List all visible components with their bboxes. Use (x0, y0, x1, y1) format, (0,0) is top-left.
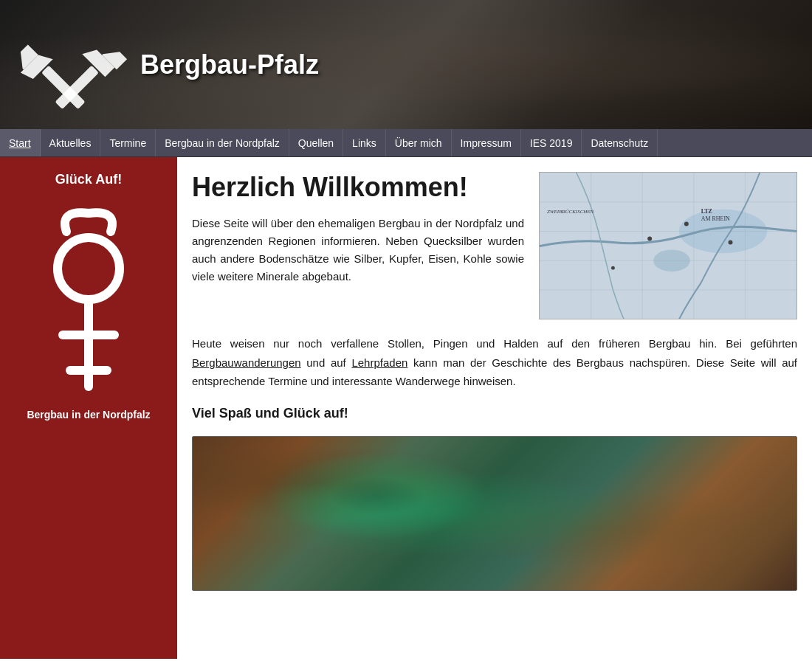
site-title: Bergbau-Pfalz (140, 49, 319, 80)
sidebar-gluck-auf: Glück Auf! (55, 172, 122, 187)
closing-text: Viel Spaß und Glück auf! (192, 406, 797, 421)
svg-rect-11 (540, 173, 796, 319)
second-para-mid: und auf (301, 356, 352, 369)
svg-text:AM RHEIN: AM RHEIN (701, 215, 730, 222)
nav-termine[interactable]: Termine (100, 129, 156, 156)
svg-text:LTZ: LTZ (701, 208, 712, 215)
welcome-section: Herzlich Willkommen! Diese Seite will üb… (192, 172, 797, 319)
main-layout: Glück Auf! Bergbau in der Nordpfalz (0, 157, 812, 659)
svg-point-16 (729, 240, 733, 244)
lehrpfaden-link[interactable]: Lehrpfaden (351, 356, 407, 369)
svg-point-15 (684, 222, 689, 226)
logo-icon (7, 6, 133, 124)
sidebar-symbol (22, 202, 155, 394)
welcome-paragraph1: Diese Seite will über den ehemaligen Ber… (192, 215, 524, 286)
main-content: Herzlich Willkommen! Diese Seite will üb… (177, 157, 812, 659)
bergbauwanderungen-link[interactable]: Bergbauwanderungen (192, 356, 301, 369)
welcome-text: Herzlich Willkommen! Diese Seite will üb… (192, 172, 524, 319)
second-para-start: Heute weisen nur noch verfallene Stollen… (192, 337, 797, 350)
welcome-title: Herzlich Willkommen! (192, 172, 524, 203)
map-svg: ZWEIBRÜCKISCHEN AM RHEIN LTZ (540, 173, 796, 319)
nav-start[interactable]: Start (0, 129, 41, 156)
site-header: Bergbau-Pfalz (0, 0, 812, 129)
nav-aktuelles[interactable]: Aktuelles (41, 129, 101, 156)
nav-ueber-mich[interactable]: Über mich (386, 129, 452, 156)
svg-text:ZWEIBRÜCKISCHEN: ZWEIBRÜCKISCHEN (547, 209, 594, 215)
main-nav: Start Aktuelles Termine Bergbau in der N… (0, 129, 812, 157)
svg-point-6 (58, 238, 120, 300)
nav-ies2019[interactable]: IES 2019 (521, 129, 582, 156)
mineral-image (192, 436, 797, 591)
nav-datenschutz[interactable]: Datenschutz (582, 129, 658, 156)
svg-point-17 (611, 266, 615, 270)
svg-point-14 (647, 236, 652, 241)
sidebar-label: Bergbau in der Nordpfalz (19, 409, 157, 421)
nav-links[interactable]: Links (343, 129, 386, 156)
nav-quellen[interactable]: Quellen (289, 129, 343, 156)
map-image: ZWEIBRÜCKISCHEN AM RHEIN LTZ (539, 172, 797, 319)
sidebar: Glück Auf! Bergbau in der Nordpfalz (0, 157, 177, 659)
nav-bergbau-nordpfalz[interactable]: Bergbau in der Nordpfalz (156, 129, 289, 156)
nav-impressum[interactable]: Impressum (452, 129, 521, 156)
second-paragraph: Heute weisen nur noch verfallene Stollen… (192, 334, 797, 391)
